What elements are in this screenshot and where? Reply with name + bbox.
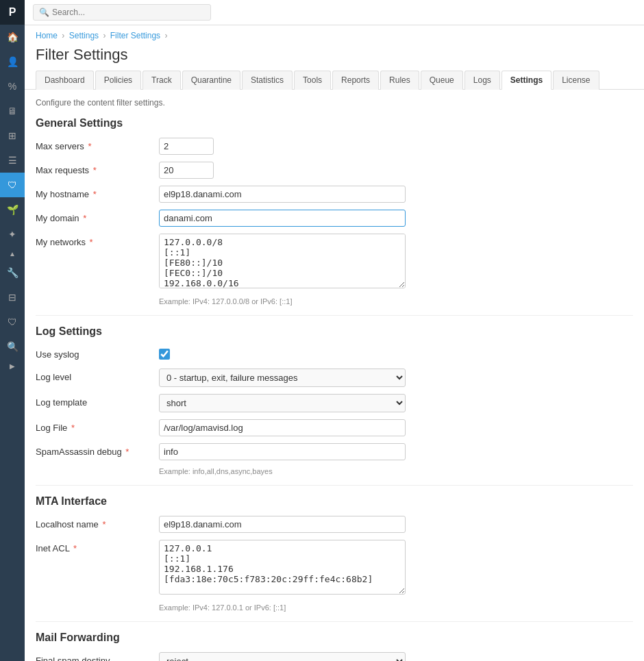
hostname-label: My hostname * [36, 186, 159, 199]
divider-1 [36, 315, 633, 316]
tab-statistics[interactable]: Statistics [242, 71, 293, 90]
networks-textarea[interactable]: 127.0.0.0/8 [::1] [FE80::]/10 [FEC0::]/1… [159, 234, 406, 288]
sidebar-item-shield[interactable]: 🛡 [0, 173, 25, 197]
tab-policies[interactable]: Policies [95, 71, 141, 90]
networks-label: My networks * [36, 234, 159, 247]
sidebar-item-percent[interactable]: % [0, 74, 25, 99]
sidebar-item-leaf[interactable]: 🌱 [0, 197, 25, 222]
sidebar-item-list[interactable]: ☰ [0, 148, 25, 173]
networks-row: My networks * 127.0.0.0/8 [::1] [FE80::]… [36, 234, 633, 290]
log-file-row: Log File * [36, 419, 633, 436]
max-servers-control [159, 138, 406, 155]
max-servers-input[interactable] [159, 138, 214, 155]
tab-license[interactable]: License [553, 71, 599, 90]
breadcrumb-home[interactable]: Home [36, 31, 58, 40]
log-file-control [159, 419, 406, 436]
inet-acl-row: Inet ACL * 127.0.0.1 [::1] 192.168.1.176… [36, 540, 633, 597]
max-requests-input[interactable] [159, 162, 214, 179]
sidebar-item-shield2[interactable]: 🛡 [0, 310, 25, 334]
tab-dashboard[interactable]: Dashboard [36, 71, 94, 90]
log-level-select[interactable]: 0 - startup, exit, failure messages 1 - … [159, 369, 406, 387]
sidebar-logo: P [0, 0, 25, 25]
log-file-input[interactable] [159, 419, 406, 436]
max-servers-row: Max servers * [36, 138, 633, 155]
localhost-control [159, 516, 406, 533]
inet-acl-hint: Example: IPv4: 127.0.0.1 or IPv6: [::1] [159, 603, 633, 612]
log-template-label: Log template [36, 394, 159, 408]
max-requests-row: Max requests * [36, 162, 633, 179]
localhost-required: * [102, 519, 106, 529]
use-syslog-label: Use syslog [36, 346, 159, 360]
log-template-select[interactable]: short long [159, 394, 406, 412]
mail-forwarding-header: Mail Forwarding [36, 632, 633, 644]
tab-tools[interactable]: Tools [294, 71, 331, 90]
tab-settings[interactable]: Settings [501, 71, 552, 90]
tab-track[interactable]: Track [143, 71, 181, 90]
sidebar-item-gear2[interactable]: ✦ [0, 222, 25, 247]
tab-reports[interactable]: Reports [332, 71, 379, 90]
final-spam-control: reject accept discard bounce [159, 652, 406, 661]
page-title: Filter Settings [25, 43, 644, 71]
use-syslog-checkbox[interactable] [159, 349, 170, 360]
breadcrumb: Home › Settings › Filter Settings › [25, 25, 644, 43]
search-input[interactable] [52, 8, 203, 17]
sidebar: P 🏠 👤 % 🖥 ⊞ ☰ 🛡 🌱 ✦ ▲ 🔧 ⊟ 🛡 🔍 ▶ [0, 0, 25, 661]
spamassassin-hint: Example: info,all,dns,async,bayes [159, 467, 633, 475]
domain-input[interactable] [159, 210, 406, 227]
tab-logs[interactable]: Logs [465, 71, 500, 90]
hostname-required: * [93, 189, 97, 199]
configure-text: Configure the content filter settings. [36, 98, 633, 108]
hostname-control [159, 186, 406, 203]
sidebar-item-grid[interactable]: ⊞ [0, 123, 25, 148]
tab-quarantine[interactable]: Quarantine [182, 71, 240, 90]
sidebar-expand-arrow[interactable]: ▶ [0, 359, 25, 373]
sidebar-item-tools2[interactable]: 🔧 [0, 260, 25, 285]
inet-acl-label: Inet ACL * [36, 540, 159, 553]
sidebar-item-user[interactable]: 👤 [0, 49, 25, 74]
settings-content: Configure the content filter settings. G… [25, 90, 644, 661]
max-servers-required: * [88, 141, 91, 151]
sidebar-item-monitor[interactable]: 🖥 [0, 99, 25, 123]
spamassassin-input[interactable] [159, 443, 406, 460]
log-level-control: 0 - startup, exit, failure messages 1 - … [159, 369, 406, 387]
domain-label: My domain * [36, 210, 159, 223]
localhost-row: Localhost name * [36, 516, 633, 533]
max-servers-label: Max servers * [36, 138, 159, 151]
tab-rules[interactable]: Rules [380, 71, 419, 90]
log-template-control: short long [159, 394, 406, 412]
spamassassin-row: SpamAssassin debug * [36, 443, 633, 460]
tab-queue[interactable]: Queue [421, 71, 463, 90]
content-area: Home › Settings › Filter Settings › Filt… [25, 25, 644, 661]
mail-forwarding-section: Mail Forwarding Final spam destiny rejec… [36, 632, 633, 661]
log-file-label: Log File * [36, 419, 159, 433]
final-spam-select[interactable]: reject accept discard bounce [159, 652, 406, 661]
final-spam-label: Final spam destiny [36, 652, 159, 661]
search-box[interactable]: 🔍 [33, 4, 211, 21]
localhost-label: Localhost name * [36, 516, 159, 529]
divider-3 [36, 621, 633, 622]
sidebar-item-search2[interactable]: 🔍 [0, 334, 25, 359]
hostname-row: My hostname * [36, 186, 633, 203]
log-settings-header: Log Settings [36, 325, 633, 338]
breadcrumb-current[interactable]: Filter Settings [110, 31, 160, 40]
sidebar-collapse-arrow[interactable]: ▲ [0, 247, 25, 260]
domain-control [159, 210, 406, 227]
breadcrumb-settings[interactable]: Settings [69, 31, 99, 40]
log-level-row: Log level 0 - startup, exit, failure mes… [36, 369, 633, 387]
log-level-label: Log level [36, 369, 159, 382]
search-icon: 🔍 [39, 8, 49, 17]
domain-required: * [83, 213, 86, 223]
general-settings-header: General Settings [36, 117, 633, 129]
localhost-input[interactable] [159, 516, 406, 533]
networks-hint: Example: IPv4: 127.0.0.0/8 or IPv6: [::1… [159, 297, 633, 305]
hostname-input[interactable] [159, 186, 406, 203]
spamassassin-label: SpamAssassin debug * [36, 443, 159, 457]
log-file-required: * [71, 423, 75, 433]
inet-acl-control: 127.0.0.1 [::1] 192.168.1.176 [fda3:18e:… [159, 540, 406, 597]
final-spam-row: Final spam destiny reject accept discard… [36, 652, 633, 661]
tabs-container: Dashboard Policies Track Quarantine Stat… [25, 71, 644, 90]
inet-acl-textarea[interactable]: 127.0.0.1 [::1] 192.168.1.176 [fda3:18e:… [159, 540, 406, 595]
sidebar-item-home[interactable]: 🏠 [0, 25, 25, 49]
sidebar-item-apps[interactable]: ⊟ [0, 285, 25, 310]
domain-row: My domain * [36, 210, 633, 227]
